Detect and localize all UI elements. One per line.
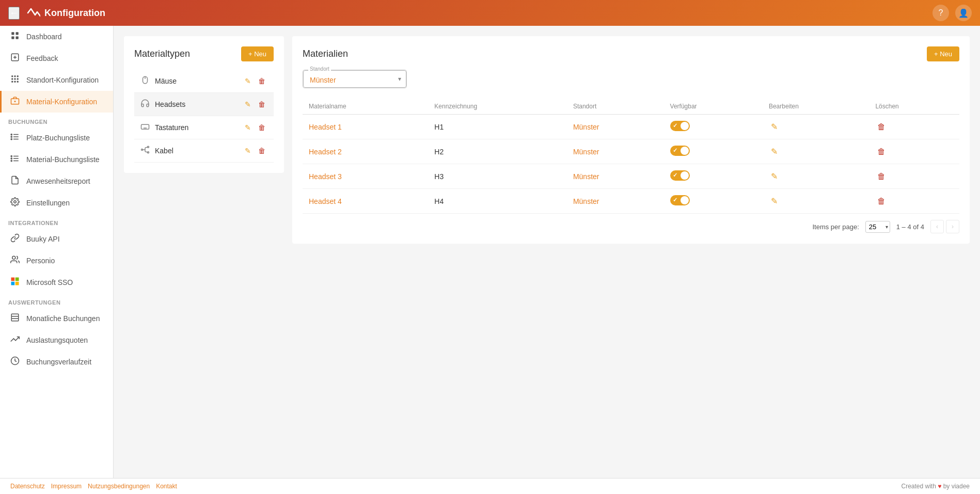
row-delete-button-3[interactable]: 🗑 <box>875 196 888 207</box>
materialtypen-panel: Materialtypen + Neu Mäuse ✎ 🗑 <box>124 36 284 173</box>
toggle-track-2[interactable]: ✓ <box>670 170 690 181</box>
cell-kennzeichnung-1: H2 <box>428 139 567 164</box>
pagination-prev-button[interactable]: ‹ <box>930 220 944 233</box>
sidebar-label-standort: Standort-Konfiguration <box>26 76 99 84</box>
sidebar-item-auslastungsquoten[interactable]: Auslastungsquoten <box>0 329 113 351</box>
sidebar-item-material-buchungsliste[interactable]: Material-Buchungsliste <box>0 149 113 170</box>
platz-icon <box>10 132 20 144</box>
row-delete-button-1[interactable]: 🗑 <box>875 146 888 157</box>
materialien-new-button[interactable]: + Neu <box>927 46 959 61</box>
kabel-edit-button[interactable]: ✎ <box>243 146 253 156</box>
tastaturen-delete-button[interactable]: 🗑 <box>256 122 267 133</box>
main-content: Materialtypen + Neu Mäuse ✎ 🗑 <box>114 26 980 478</box>
cell-delete-3: 🗑 <box>869 189 959 214</box>
api-icon <box>10 233 20 245</box>
list-item[interactable]: Kabel ✎ 🗑 <box>134 139 274 163</box>
svg-point-30 <box>11 160 12 161</box>
sidebar-item-buuky-api[interactable]: Buuky API <box>0 228 113 250</box>
materialien-panel: Materialien + Neu Standort Münster Berli… <box>292 36 970 244</box>
back-button[interactable]: ← <box>8 7 20 20</box>
dashboard-icon <box>10 31 20 42</box>
sidebar-item-platz-buchungsliste[interactable]: Platz-Buchungsliste <box>0 127 113 149</box>
table-row: Headset 4 H4 Münster ✓ ✎ 🗑 <box>303 189 959 214</box>
svg-rect-9 <box>17 75 19 77</box>
mause-delete-button[interactable]: 🗑 <box>256 76 267 86</box>
einstellungen-icon <box>10 197 20 209</box>
svg-point-28 <box>11 155 12 156</box>
list-item[interactable]: Mäuse ✎ 🗑 <box>134 70 274 93</box>
sidebar-item-personio[interactable]: Personio <box>0 250 113 272</box>
sidebar-item-anwesenheitsreport[interactable]: Anwesenheitsreport <box>0 170 113 192</box>
feedback-icon <box>10 53 20 64</box>
sidebar: Dashboard Feedback Standort-Konfiguratio… <box>0 26 114 478</box>
row-edit-button-0[interactable]: ✎ <box>769 121 780 133</box>
items-per-page-select[interactable]: 25 50 100 <box>865 221 890 233</box>
cell-kennzeichnung-3: H4 <box>428 189 567 214</box>
row-edit-button-1[interactable]: ✎ <box>769 146 780 157</box>
user-button[interactable]: 👤 <box>955 5 972 21</box>
svg-rect-36 <box>15 282 19 285</box>
cell-verfugbar-3: ✓ <box>664 189 763 214</box>
sidebar-item-standort-konfiguration[interactable]: Standort-Konfiguration <box>0 69 113 91</box>
svg-rect-11 <box>14 78 16 80</box>
sidebar-item-buchungsverlaufzeit[interactable]: Buchungsverlaufzeit <box>0 351 113 373</box>
footer-datenschutz[interactable]: Datenschutz <box>10 483 45 490</box>
mause-edit-button[interactable]: ✎ <box>243 76 253 86</box>
standort-select[interactable]: Münster Berlin Hamburg <box>303 70 406 88</box>
cell-standort-0: Münster <box>567 115 664 139</box>
cell-edit-3: ✎ <box>763 189 869 214</box>
row-edit-button-2[interactable]: ✎ <box>769 170 780 182</box>
materialtypen-list: Mäuse ✎ 🗑 Headsets ✎ 🗑 <box>134 70 274 163</box>
toggle-check-0: ✓ <box>673 122 677 129</box>
toggle-check-1: ✓ <box>673 147 677 154</box>
footer-impressum[interactable]: Impressum <box>51 483 82 490</box>
sidebar-item-microsoft-sso[interactable]: Microsoft SSO <box>0 272 113 293</box>
toggle-thumb-2 <box>681 171 689 180</box>
toggle-track-1[interactable]: ✓ <box>670 146 690 156</box>
materialtypen-new-button[interactable]: + Neu <box>241 46 274 61</box>
footer-kontakt[interactable]: Kontakt <box>156 483 177 490</box>
cell-name-1: Headset 2 <box>303 139 428 164</box>
sidebar-item-feedback[interactable]: Feedback <box>0 47 113 69</box>
headsets-delete-button[interactable]: 🗑 <box>256 99 267 109</box>
help-button[interactable]: ? <box>932 5 949 21</box>
svg-rect-0 <box>11 32 14 35</box>
row-edit-button-3[interactable]: ✎ <box>769 195 780 207</box>
row-delete-button-0[interactable]: 🗑 <box>875 121 888 133</box>
toggle-3[interactable]: ✓ <box>670 195 690 205</box>
keyboard-icon <box>140 122 155 133</box>
sidebar-item-dashboard[interactable]: Dashboard <box>0 26 113 47</box>
cable-icon <box>140 145 155 156</box>
sidebar-item-monatliche-buchungen[interactable]: Monatliche Buchungen <box>0 308 113 329</box>
cell-name-3: Headset 4 <box>303 189 428 214</box>
sidebar-label-microsoft: Microsoft SSO <box>26 278 73 286</box>
svg-rect-15 <box>17 81 19 83</box>
footer-credit: Created with ♥ by viadee <box>901 483 970 490</box>
personio-icon <box>10 255 20 266</box>
footer-nutzungsbedingungen[interactable]: Nutzungsbedingungen <box>88 483 150 490</box>
cell-delete-1: 🗑 <box>869 139 959 164</box>
toggle-2[interactable]: ✓ <box>670 170 690 181</box>
kabel-delete-button[interactable]: 🗑 <box>256 146 267 156</box>
headsets-edit-button[interactable]: ✎ <box>243 99 253 109</box>
svg-rect-34 <box>15 278 19 281</box>
sidebar-item-einstellungen[interactable]: Einstellungen <box>0 192 113 214</box>
toggle-track-0[interactable]: ✓ <box>670 121 690 131</box>
sidebar-label-api: Buuky API <box>26 235 60 243</box>
cell-verfugbar-1: ✓ <box>664 139 763 164</box>
toggle-1[interactable]: ✓ <box>670 146 690 156</box>
col-loschen: Löschen <box>869 99 959 115</box>
list-item[interactable]: Headsets ✎ 🗑 <box>134 93 274 116</box>
footer: Datenschutz Impressum Nutzungsbedingunge… <box>0 478 980 494</box>
app-header: ← Konfiguration ? 👤 <box>0 0 980 26</box>
tastaturen-edit-button[interactable]: ✎ <box>243 122 253 133</box>
pagination-next-button[interactable]: › <box>946 220 959 233</box>
toggle-track-3[interactable]: ✓ <box>670 195 690 205</box>
row-delete-button-2[interactable]: 🗑 <box>875 171 888 182</box>
sidebar-label-personio: Personio <box>26 257 55 265</box>
col-bearbeiten: Bearbeiten <box>763 99 869 115</box>
list-item[interactable]: Tastaturen ✎ 🗑 <box>134 116 274 139</box>
col-standort: Standort <box>567 99 664 115</box>
sidebar-item-material-konfiguration[interactable]: Material-Konfiguration <box>0 91 113 113</box>
toggle-0[interactable]: ✓ <box>670 121 690 131</box>
